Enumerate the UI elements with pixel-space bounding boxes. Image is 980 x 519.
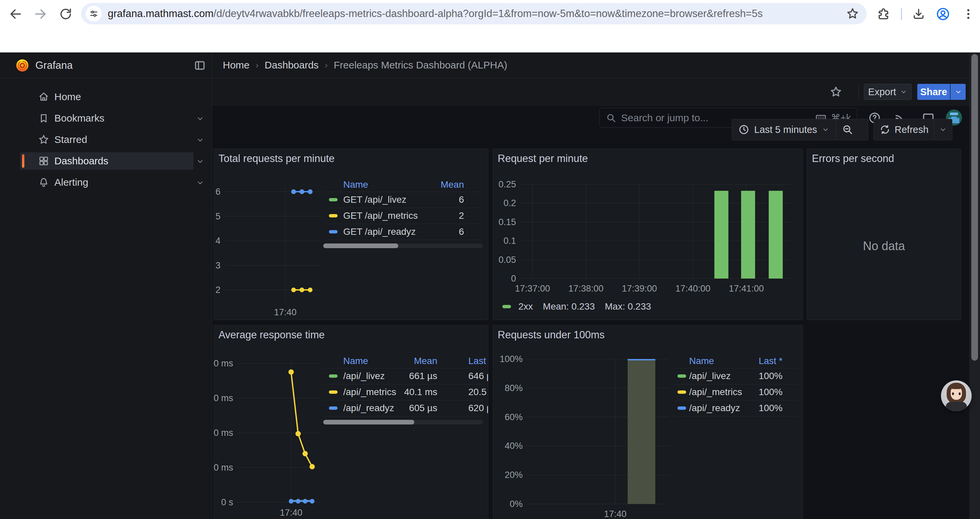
svg-text:20 ms: 20 ms bbox=[214, 463, 233, 473]
svg-text:0.25: 0.25 bbox=[498, 179, 516, 189]
site-settings-chip[interactable] bbox=[86, 6, 102, 22]
panel-requests-under-100ms[interactable]: Requests under 100ms 100%80%60%40%20%0%1… bbox=[493, 325, 803, 519]
svg-text:0.15: 0.15 bbox=[498, 217, 516, 227]
legend-scrollbar[interactable] bbox=[323, 420, 483, 425]
back-icon[interactable] bbox=[9, 7, 23, 21]
brand-section: Grafana bbox=[0, 53, 212, 78]
share-button[interactable]: Share bbox=[917, 84, 950, 100]
legend-scrollbar[interactable] bbox=[323, 243, 483, 248]
svg-text:0%: 0% bbox=[510, 499, 523, 509]
sidebar-item-starred[interactable]: Starred bbox=[0, 130, 212, 149]
chevron-down-icon bbox=[822, 126, 829, 133]
search-icon bbox=[606, 113, 616, 123]
clock-icon bbox=[738, 124, 749, 135]
svg-text:5: 5 bbox=[215, 211, 221, 222]
grafana-logo-icon[interactable] bbox=[15, 58, 30, 73]
downloads-icon[interactable] bbox=[912, 7, 926, 21]
series-swatch bbox=[329, 214, 337, 217]
scrollbar-thumb[interactable] bbox=[971, 54, 978, 361]
series-swatch bbox=[329, 374, 337, 378]
legend-scrollbar-thumb[interactable] bbox=[323, 243, 398, 248]
dashboard-toolbar: Export Share bbox=[213, 78, 980, 105]
divider bbox=[934, 119, 934, 140]
refresh-label[interactable]: Refresh bbox=[895, 124, 929, 135]
chevron-down-icon[interactable] bbox=[939, 126, 947, 133]
chart-p5: 100%80%60%40%20%0%17:40 bbox=[493, 325, 803, 519]
bookmark-star-icon[interactable] bbox=[846, 7, 859, 21]
avatar-pixel bbox=[950, 113, 958, 115]
panel-total-requests[interactable]: Total requests per minute 6543217:40 Nam… bbox=[213, 149, 488, 320]
table-separator bbox=[323, 416, 483, 417]
sidebar-item-home[interactable]: Home bbox=[0, 88, 212, 106]
url-text[interactable]: grafana.mathmast.com/d/deytv4rwavabkb/fr… bbox=[108, 8, 846, 20]
svg-text:17:38:00: 17:38:00 bbox=[568, 284, 603, 294]
legend-scrollbar-thumb[interactable] bbox=[323, 420, 414, 425]
svg-text:0.1: 0.1 bbox=[503, 236, 516, 246]
grafana-header: Grafana Home › Dashboards › Freeleaps Me… bbox=[0, 53, 980, 78]
breadcrumb-current: Freeleaps Metrics Dashboard (ALPHA) bbox=[334, 59, 507, 71]
breadcrumb-home[interactable]: Home bbox=[223, 59, 250, 71]
series-name: 2xx bbox=[519, 301, 533, 312]
panel-average-response-time[interactable]: Average response time 80 ms60 ms40 ms20 … bbox=[213, 325, 488, 519]
panel-request-per-minute[interactable]: Request per minute 0.250.20.150.10.05017… bbox=[493, 149, 803, 320]
sidebar-item-dashboards[interactable]: Dashboards bbox=[0, 152, 212, 170]
sidebar-item-label: Home bbox=[54, 91, 81, 102]
sidebar-item-bookmarks[interactable]: Bookmarks bbox=[0, 109, 212, 128]
svg-text:17:40: 17:40 bbox=[274, 307, 296, 317]
legend-item-2xx[interactable]: 2xx Mean: 0.233 Max: 0.233 bbox=[502, 301, 651, 312]
chevron-down-icon[interactable] bbox=[196, 115, 204, 123]
table-separator bbox=[323, 192, 483, 192]
legend-value: 6 bbox=[377, 227, 464, 237]
tune-icon bbox=[89, 9, 99, 19]
panel-errors-per-second[interactable]: Errors per second No data bbox=[807, 149, 961, 320]
sidebar-item-alerting[interactable]: Alerting bbox=[0, 173, 212, 192]
profile-icon[interactable] bbox=[935, 7, 950, 21]
legend-value: 6 bbox=[377, 194, 464, 205]
series-swatch bbox=[678, 390, 686, 394]
legend-value: 40.1 ms bbox=[351, 387, 437, 398]
table-separator bbox=[323, 240, 483, 240]
breadcrumb-dashboards[interactable]: Dashboards bbox=[264, 59, 318, 71]
svg-text:60%: 60% bbox=[505, 412, 523, 422]
legend-col-last[interactable]: Last * bbox=[468, 356, 488, 366]
chevron-down-icon[interactable] bbox=[196, 136, 204, 144]
svg-text:3: 3 bbox=[215, 260, 221, 270]
legend-col-mean[interactable]: Mean bbox=[351, 356, 437, 366]
reload-icon[interactable] bbox=[59, 7, 73, 21]
legend-value: 100% bbox=[696, 387, 783, 398]
bell-icon bbox=[38, 177, 49, 188]
svg-text:20%: 20% bbox=[505, 470, 523, 480]
legend-value: 100% bbox=[696, 403, 783, 414]
chevron-down-icon[interactable] bbox=[196, 157, 204, 165]
legend-value: 620 µs bbox=[468, 403, 488, 414]
toolbar-divider bbox=[859, 85, 859, 99]
extensions-icon[interactable] bbox=[877, 7, 891, 21]
zoom-out-icon[interactable] bbox=[842, 124, 854, 136]
forward-icon[interactable] bbox=[33, 7, 48, 21]
export-button[interactable]: Export bbox=[864, 84, 912, 100]
bookmark-icon bbox=[38, 113, 49, 124]
page-scrollbar[interactable] bbox=[969, 53, 980, 519]
assistant-avatar[interactable] bbox=[941, 380, 972, 411]
svg-text:17:39:00: 17:39:00 bbox=[622, 284, 657, 294]
legend-col-last[interactable]: Last * bbox=[696, 356, 783, 366]
panel-title[interactable]: Errors per second bbox=[812, 153, 894, 164]
share-menu-button[interactable] bbox=[950, 84, 966, 100]
legend-col-mean[interactable]: Mean bbox=[377, 179, 464, 190]
menu-kebab-icon[interactable] bbox=[961, 7, 975, 21]
dock-menu-icon[interactable] bbox=[194, 59, 206, 72]
avatar-eye bbox=[952, 393, 954, 395]
favorite-star-icon[interactable] bbox=[830, 86, 842, 98]
selected-accent-bar bbox=[22, 154, 24, 168]
table-separator bbox=[674, 384, 797, 385]
legend-col-name[interactable]: Name bbox=[343, 179, 368, 190]
url-bar[interactable]: grafana.mathmast.com/d/deytv4rwavabkb/fr… bbox=[81, 3, 867, 24]
series-swatch bbox=[502, 305, 511, 308]
table-separator bbox=[674, 416, 797, 417]
chevron-down-icon[interactable] bbox=[196, 179, 204, 187]
legend-value: 20.5 ms bbox=[468, 387, 488, 398]
product-name: Grafana bbox=[35, 59, 73, 72]
time-range-label[interactable]: Last 5 minutes bbox=[754, 124, 817, 135]
breadcrumb-separator: › bbox=[325, 60, 328, 70]
legend-value: 605 µs bbox=[351, 403, 437, 414]
